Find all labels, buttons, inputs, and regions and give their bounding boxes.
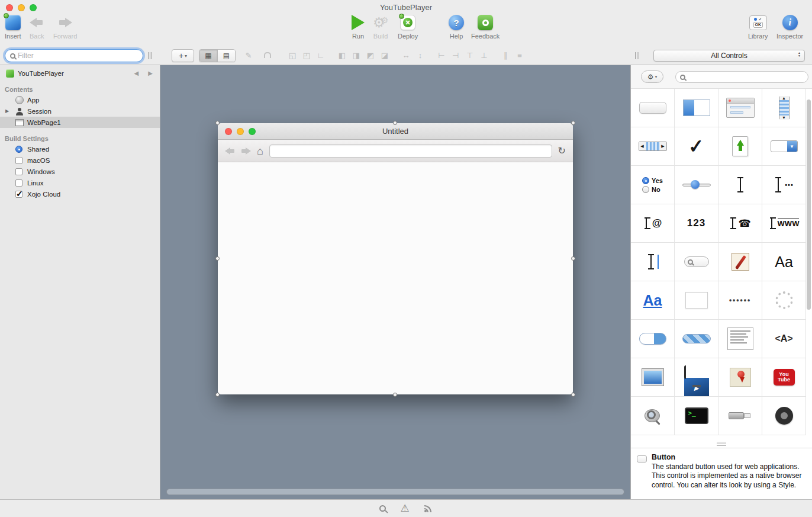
- library-item-link[interactable]: Aa: [631, 281, 675, 320]
- library-item-youtube-player[interactable]: YouTube: [762, 358, 806, 397]
- navigator-item-app[interactable]: App: [0, 94, 160, 105]
- library-item-map-viewer[interactable]: [718, 358, 762, 397]
- resize-handle-ne[interactable]: [571, 121, 575, 125]
- library-item-scrollbar-horizontal[interactable]: [631, 127, 675, 166]
- library-item-file-uploader[interactable]: [718, 127, 762, 166]
- refresh-icon[interactable]: ↻: [558, 145, 566, 156]
- build-target-xojo-cloud[interactable]: Xojo Cloud: [0, 188, 160, 200]
- library-scrollbar[interactable]: [807, 99, 811, 310]
- library-item-slider[interactable]: [675, 166, 718, 204]
- distribute-horizontal-icon[interactable]: ∥: [498, 49, 513, 62]
- library-settings-button[interactable]: ⚙▾: [641, 70, 663, 83]
- shared-radio[interactable]: [15, 146, 22, 153]
- library-item-rectangle[interactable]: [675, 281, 718, 320]
- library-item-popup-menu[interactable]: [762, 127, 806, 166]
- align-top-icon[interactable]: ⊤: [463, 49, 477, 62]
- layout-view-button[interactable]: ▦: [199, 50, 217, 62]
- back-button[interactable]: Back: [30, 14, 44, 40]
- design-close-button[interactable]: [225, 128, 232, 135]
- description-splitter-grip[interactable]: [631, 439, 812, 448]
- library-item-progress-wheel[interactable]: [762, 281, 806, 320]
- space-vertical-icon[interactable]: ↕: [413, 49, 427, 62]
- close-window-button[interactable]: [6, 4, 13, 11]
- library-item-usb-device[interactable]: [718, 397, 762, 435]
- library-search-input[interactable]: [688, 73, 804, 81]
- library-item-shell-terminal[interactable]: >_: [675, 397, 718, 435]
- library-item-push-button[interactable]: [631, 89, 675, 127]
- resize-handle-e[interactable]: [571, 256, 575, 261]
- distribute-vertical-icon[interactable]: ≡: [513, 49, 527, 62]
- build-button[interactable]: ⚙⚙ Build: [373, 14, 388, 40]
- home-icon[interactable]: ⌂: [257, 146, 263, 156]
- library-item-checkbox[interactable]: ✓: [675, 127, 718, 166]
- design-webpage-body[interactable]: [218, 162, 573, 394]
- browser-back-icon[interactable]: [225, 147, 235, 155]
- align-bottom-icon[interactable]: ⊥: [477, 49, 491, 62]
- measure-icon[interactable]: ∟: [314, 49, 328, 62]
- library-item-html-viewer[interactable]: <A>: [762, 320, 806, 358]
- url-input[interactable]: [270, 145, 552, 157]
- library-item-toolbar-dialog[interactable]: [718, 89, 762, 127]
- warnings-icon[interactable]: ⚠: [400, 502, 409, 515]
- inspector-toggle-button[interactable]: i Inspector: [776, 14, 803, 40]
- pane-grip[interactable]: [148, 52, 152, 59]
- feed-icon[interactable]: [424, 504, 433, 513]
- library-search-field[interactable]: [675, 71, 808, 83]
- design-webpage-window[interactable]: Untitled ⌂ ↻: [218, 123, 573, 394]
- find-icon[interactable]: [379, 505, 386, 512]
- insert-button[interactable]: Insert: [5, 14, 21, 40]
- deploy-button[interactable]: ✕ Deploy: [398, 14, 418, 40]
- library-item-movie-player[interactable]: ▶: [675, 358, 718, 397]
- zoom-window-button[interactable]: [30, 4, 37, 11]
- library-item-phone-field[interactable]: ☎: [718, 204, 762, 243]
- layer-back-icon[interactable]: ◰: [299, 49, 314, 62]
- library-item-search-field[interactable]: [675, 243, 718, 281]
- nav-forward-icon[interactable]: ▶: [148, 70, 153, 76]
- run-button[interactable]: Run: [352, 14, 365, 40]
- library-item-progress-bar[interactable]: [675, 320, 718, 358]
- design-window-titlebar[interactable]: Untitled: [218, 123, 573, 140]
- macos-checkbox[interactable]: [15, 157, 22, 164]
- build-target-shared[interactable]: Shared: [0, 143, 160, 155]
- design-zoom-button[interactable]: [249, 128, 256, 135]
- draw-tool-icon[interactable]: ✎: [241, 49, 256, 62]
- xojo-cloud-checkbox[interactable]: [15, 191, 22, 198]
- library-item-number-field[interactable]: 123: [675, 204, 718, 243]
- library-item-scrollbar-vertical[interactable]: [762, 89, 806, 127]
- align-left-icon[interactable]: ⊢: [434, 49, 449, 62]
- resize-handle-sw[interactable]: [215, 393, 220, 397]
- navigator-filter-field[interactable]: [5, 49, 143, 62]
- layer-front-icon[interactable]: ◱: [285, 49, 299, 62]
- library-item-label[interactable]: Aa: [762, 243, 806, 281]
- navigator-item-session[interactable]: ▶ Session: [0, 105, 160, 117]
- navigator-item-webpage1[interactable]: WebPage1: [0, 117, 160, 128]
- windows-checkbox[interactable]: [15, 168, 22, 175]
- library-item-image-viewer[interactable]: [631, 358, 675, 397]
- library-item-text-cursor-field[interactable]: [631, 243, 675, 281]
- nav-back-icon[interactable]: ◀: [134, 70, 139, 76]
- disclosure-triangle-icon[interactable]: ▶: [5, 108, 9, 114]
- canvas-horizontal-scrollbar[interactable]: [166, 489, 624, 495]
- library-item-database-search[interactable]: [631, 397, 675, 435]
- browser-forward-icon[interactable]: [241, 147, 251, 155]
- add-item-button[interactable]: +▾: [172, 49, 194, 62]
- library-item-canvas[interactable]: [718, 243, 762, 281]
- resize-handle-w[interactable]: [215, 256, 220, 261]
- layout-editor-canvas[interactable]: Untitled ⌂ ↻: [160, 65, 630, 499]
- position-left-icon[interactable]: ◧: [335, 49, 349, 62]
- resize-handle-se[interactable]: [571, 393, 575, 397]
- library-item-radio-group[interactable]: Yes No: [631, 166, 675, 204]
- library-item-segmented-button[interactable]: [631, 320, 675, 358]
- library-item-separator[interactable]: ••••••: [718, 281, 762, 320]
- minimize-window-button[interactable]: [18, 4, 25, 11]
- align-right-icon[interactable]: ⊣: [449, 49, 463, 62]
- build-target-macos[interactable]: macOS: [0, 155, 160, 166]
- filter-input[interactable]: [18, 52, 138, 60]
- position-top-icon[interactable]: ◩: [363, 49, 378, 62]
- resize-handle-n[interactable]: [393, 121, 397, 125]
- help-button[interactable]: ? Help: [449, 14, 464, 40]
- library-item-control-list[interactable]: [718, 320, 762, 358]
- build-target-linux[interactable]: Linux: [0, 177, 160, 188]
- library-pane-grip[interactable]: [635, 52, 639, 59]
- linux-checkbox[interactable]: [15, 179, 22, 187]
